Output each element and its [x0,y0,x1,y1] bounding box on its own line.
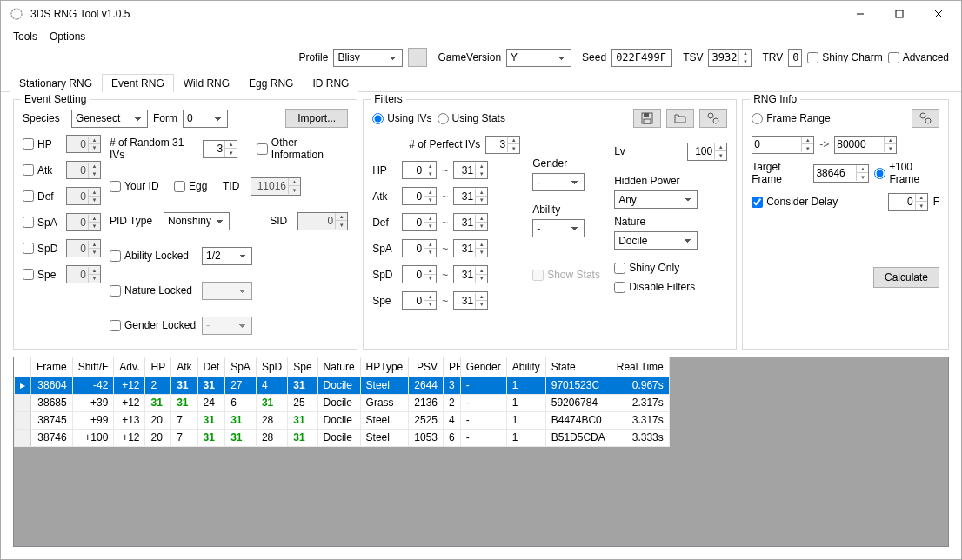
filter-spa-max[interactable] [454,240,475,257]
targetframe-label: Target Frame [752,161,808,185]
disablefilters-check[interactable]: Disable Filters [614,281,727,293]
targetframe-input[interactable] [814,165,856,182]
tab-id-rng[interactable]: ID RNG [303,74,358,92]
minimize-button[interactable] [840,2,879,26]
lock-spd-input [67,240,88,257]
nature-select[interactable]: Docile [614,231,698,250]
table-row[interactable]: 38745+99+1320731312831DocileSteel25254-1… [15,411,670,429]
ability-label: Ability [532,203,560,216]
egg-check[interactable]: Egg [174,180,217,192]
eventsetting-group: Event Setting Species Genesect Form 0 Im… [13,99,357,350]
settings-button[interactable] [699,109,727,128]
shinycharm-check[interactable]: Shiny Charm [807,51,882,63]
pidtype-select[interactable]: Nonshiny [164,212,230,230]
svg-point-9 [713,118,718,123]
tab-wild-rng[interactable]: Wild RNG [174,74,239,92]
yourid-check[interactable]: Your ID [110,180,169,192]
pidtype-label: PID Type [110,215,158,227]
svg-point-10 [920,113,925,118]
lock-spa-check[interactable]: SpA [23,217,61,229]
rnginfo-group: RNG Info Frame Range ▲▼ -> ▲▼ Target Fra… [742,99,949,350]
filter-spe-max[interactable] [454,292,475,309]
import-button[interactable]: Import... [285,109,348,128]
tabstrip: Stationary RNGEvent RNGWild RNGEgg RNGID… [1,74,961,92]
rand31-label: # of Random 31 IVs [110,137,197,161]
titlebar: 3DS RNG Tool v1.0.5 [1,1,961,27]
toolbar: Profile Blisy + GameVersion Y Seed TSV ▲… [1,46,961,72]
menu-tools[interactable]: Tools [13,30,37,43]
perfectivs-input[interactable] [486,137,507,153]
advanced-check[interactable]: Advanced [888,51,949,63]
range-to-input[interactable] [835,137,884,153]
filter-spe-min[interactable] [403,292,424,309]
rnginfo-settings-button[interactable] [912,109,939,128]
usingstats-radio[interactable]: Using Stats [438,112,505,124]
framerange-radio[interactable]: Frame Range [752,112,830,124]
abilitylocked-check[interactable]: Ability Locked [110,250,197,262]
svg-point-0 [11,9,22,19]
filter-spd-min[interactable] [403,266,424,283]
abilitylocked-select[interactable]: 1/2 [202,247,252,265]
genderlocked-check[interactable]: Gender Locked [110,319,197,331]
tsv-label: TSV [683,51,703,63]
open-button[interactable] [666,109,694,128]
delay-input[interactable] [889,194,915,210]
tsv-input[interactable] [709,50,738,66]
lock-spe-check[interactable]: Spe [23,269,61,281]
profile-add-button[interactable]: + [408,48,427,67]
calculate-button[interactable]: Calculate [873,267,939,288]
lv-input[interactable] [688,143,714,160]
gender-select[interactable]: - [532,173,585,191]
ability-select[interactable]: - [532,219,585,237]
lock-atk-input [67,162,88,178]
table-row[interactable]: 38685+39+1231312463125DocileGrass21362-1… [15,394,670,411]
svg-point-8 [708,113,713,118]
seed-input[interactable] [611,49,672,67]
table-row[interactable]: 38746+100+1220731312831DocileSteel10536-… [15,429,670,446]
maximize-button[interactable] [879,2,919,26]
filter-spd-max[interactable] [454,266,475,283]
shinyonly-check[interactable]: Shiny Only [614,262,727,274]
results-table-wrap[interactable]: FrameShift/FAdv.HPAtkDefSpASpDSpeNatureH… [13,357,949,547]
filter-def-min[interactable] [403,214,424,230]
filter-atk-min[interactable] [403,188,424,204]
lock-atk-check[interactable]: Atk [23,164,61,177]
filters-group: Filters Using IVs Using Stats # of Perfe… [363,99,737,350]
naturelocked-check[interactable]: Nature Locked [110,284,197,297]
trv-input[interactable] [788,49,802,67]
lv-label: Lv [614,145,682,157]
menu-options[interactable]: Options [50,30,85,43]
otherinfo-check[interactable]: Other Information [257,137,348,161]
hiddenpower-select[interactable]: Any [614,190,698,209]
svg-rect-7 [644,119,651,123]
usingivs-radio[interactable]: Using IVs [372,112,431,124]
range-from-input[interactable] [752,137,801,153]
filter-atk-max[interactable] [454,188,475,204]
tab-event-rng[interactable]: Event RNG [102,74,174,92]
tab-stationary-rng[interactable]: Stationary RNG [10,74,102,92]
rand31-input[interactable] [204,141,224,157]
perfectivs-label: # of Perfect IVs [409,138,480,150]
filter-hp-max[interactable] [454,162,475,178]
lock-def-check[interactable]: Def [23,190,61,203]
svg-point-11 [925,118,931,123]
pm100-radio[interactable]: ±100 Frame [874,161,939,185]
filter-hp-min[interactable] [403,162,424,178]
considerdelay-check[interactable]: Consider Delay [752,196,838,208]
table-row[interactable]: ▸38604-42+122313127431DocileSteel26443-1… [15,377,670,394]
species-select[interactable]: Genesect [71,110,148,128]
nature-label: Nature [614,216,645,228]
form-select[interactable]: 0 [183,110,228,128]
gameversion-label: GameVersion [438,51,501,63]
tab-egg-rng[interactable]: Egg RNG [239,74,303,92]
svg-rect-6 [644,113,649,117]
close-button[interactable] [919,2,958,26]
filter-def-max[interactable] [454,214,475,230]
lock-hp-check[interactable]: HP [23,138,61,150]
save-button[interactable] [633,109,661,128]
filter-spa-min[interactable] [403,240,424,257]
profile-select[interactable]: Blisy [333,49,403,67]
results-table: FrameShift/FAdv.HPAtkDefSpASpDSpeNatureH… [14,357,670,447]
gameversion-select[interactable]: Y [506,49,571,67]
lock-spd-check[interactable]: SpD [23,243,61,255]
